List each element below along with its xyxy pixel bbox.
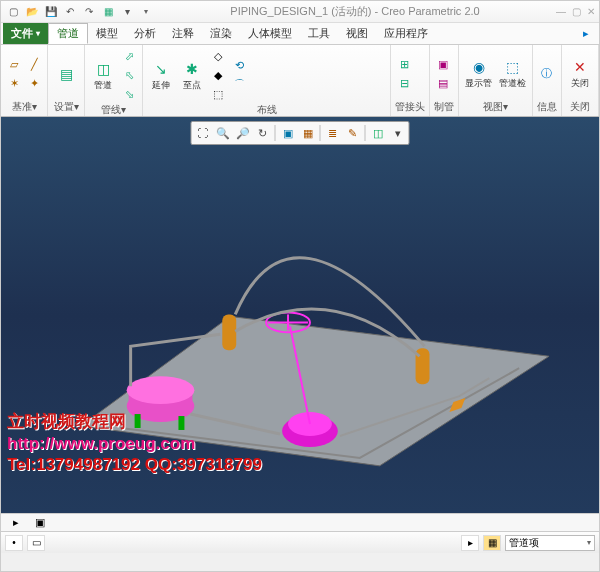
save-icon[interactable]: 💾: [43, 4, 59, 20]
zoom-fit-icon[interactable]: ⛶: [194, 124, 212, 142]
saved-views-icon[interactable]: ▦: [299, 124, 317, 142]
extend-button[interactable]: ↘ 延伸: [147, 57, 175, 94]
redo-icon[interactable]: ↷: [81, 4, 97, 20]
route-opt5-icon[interactable]: ⌒: [230, 76, 248, 94]
close-icon: ✕: [570, 57, 590, 77]
group-fitting: ⊞ ⊟ 管接头: [391, 45, 430, 116]
show-pipe-button[interactable]: ◉ 显示管: [463, 55, 494, 92]
ribbon-tabs: 文件 管道 模型 分析 注释 渲染 人体模型 工具 视图 应用程序 ▸: [1, 23, 599, 45]
zoom-out-icon[interactable]: 🔎: [234, 124, 252, 142]
group-label-viewopts: 视图▾: [463, 100, 528, 114]
quick-access-toolbar: ▢ 📂 💾 ↶ ↷ ▦ ▾ ▾: [5, 4, 154, 20]
info-icon[interactable]: ⓘ: [537, 65, 555, 83]
tab-tools[interactable]: 工具: [300, 23, 338, 44]
minimize-icon[interactable]: —: [556, 6, 566, 17]
group-route: ↘ 延伸 ✱ 至点 ◇ ◆ ⬚ ⟲ ⌒ 布线: [143, 45, 391, 116]
group-pipeline: ◫ 管道 ⬀ ⬁ ⬂ 管线▾: [85, 45, 143, 116]
file-menu[interactable]: 文件: [3, 23, 48, 44]
group-label-fitting: 管接头: [395, 100, 425, 114]
extend-icon: ↘: [151, 59, 171, 79]
sash-folder-icon[interactable]: ▣: [31, 514, 49, 532]
tab-model[interactable]: 模型: [88, 23, 126, 44]
refit-icon[interactable]: ↻: [254, 124, 272, 142]
spec-icon: ▤: [56, 64, 76, 84]
sash-tree-icon[interactable]: ▸: [7, 514, 25, 532]
selection-filter-icon[interactable]: ▸: [461, 535, 479, 551]
group-viewopts: ◉ 显示管 ⬚ 管道检 视图▾: [459, 45, 533, 116]
view-toolbar: ⛶ 🔍 🔎 ↻ ▣ ▦ ≣ ✎ ◫ ▾: [191, 121, 410, 145]
pipe-ext1-icon[interactable]: ⬀: [120, 47, 138, 65]
smart-filter-icon[interactable]: ▦: [483, 535, 501, 551]
group-setup: ▤ 设置▾: [48, 45, 85, 116]
new-icon[interactable]: ▢: [5, 4, 21, 20]
tab-annotate[interactable]: 注释: [164, 23, 202, 44]
fitting1-icon[interactable]: ⊞: [395, 55, 413, 73]
graphics-viewport[interactable]: ⛶ 🔍 🔎 ↻ ▣ ▦ ≣ ✎ ◫ ▾: [1, 117, 599, 513]
annotations-icon[interactable]: ✎: [344, 124, 362, 142]
tab-render[interactable]: 渲染: [202, 23, 240, 44]
selection-filter-combo[interactable]: 管道项 ▾: [505, 535, 595, 551]
spec-driven-button[interactable]: ▤: [52, 62, 80, 86]
ribbon-help-icon[interactable]: ▸: [575, 23, 597, 44]
create-pipeline-button[interactable]: ◫ 管道: [89, 57, 117, 94]
pipe-check-button[interactable]: ⬚ 管道检: [497, 55, 528, 92]
group-label-fab: 制管: [434, 100, 454, 114]
route-opt2-icon[interactable]: ◆: [209, 66, 227, 84]
tab-piping[interactable]: 管道: [48, 23, 88, 44]
watermark-line3: Tel:13794987192 QQ:397318799: [7, 454, 262, 475]
group-close: ✕ 关闭 关闭: [562, 45, 599, 116]
separator: [365, 125, 366, 141]
group-info: ⓘ 信息: [533, 45, 562, 116]
layers-icon[interactable]: ≣: [324, 124, 342, 142]
close-button[interactable]: ✕ 关闭: [566, 55, 594, 92]
plane-icon[interactable]: ▱: [5, 55, 23, 73]
axis-icon[interactable]: ╱: [25, 55, 43, 73]
display-style-icon[interactable]: ▣: [279, 124, 297, 142]
watermark-line1: 立时视频教程网: [7, 411, 262, 432]
title-bar: ▢ 📂 💾 ↶ ↷ ▦ ▾ ▾ PIPING_DESIGN_1 (活动的) - …: [1, 1, 599, 23]
group-datum: ▱ ╱ ✶ ✦ 基准▾: [1, 45, 48, 116]
group-label-route: 布线: [147, 103, 386, 117]
tab-view[interactable]: 视图: [338, 23, 376, 44]
status-msg-icon[interactable]: •: [5, 535, 23, 551]
window-controls: — ▢ ✕: [556, 6, 595, 17]
group-label-setup: 设置▾: [52, 100, 80, 114]
more-icon[interactable]: ▾: [389, 124, 407, 142]
route-opt1-icon[interactable]: ◇: [209, 47, 227, 65]
pipe-ext3-icon[interactable]: ⬂: [120, 85, 138, 103]
status-sel-icon[interactable]: ▭: [27, 535, 45, 551]
group-label-pipeline: 管线▾: [89, 103, 138, 117]
maximize-icon[interactable]: ▢: [572, 6, 581, 17]
tab-apps[interactable]: 应用程序: [376, 23, 436, 44]
svg-rect-12: [222, 314, 236, 350]
to-point-button[interactable]: ✱ 至点: [178, 57, 206, 94]
show-pipe-icon: ◉: [469, 57, 489, 77]
qat-dropdown-icon[interactable]: ▾: [138, 4, 154, 20]
group-label-close: 关闭: [566, 100, 594, 114]
regen-icon[interactable]: ▦: [100, 4, 116, 20]
route-opt4-icon[interactable]: ⟲: [230, 57, 248, 75]
selection-filter-value: 管道项: [509, 536, 539, 550]
watermark-line2: http://www.proeug.com: [7, 433, 262, 454]
windows-icon[interactable]: ▾: [119, 4, 135, 20]
fab1-icon[interactable]: ▣: [434, 55, 452, 73]
sash-bar: ▸ ▣: [1, 513, 599, 531]
open-icon[interactable]: 📂: [24, 4, 40, 20]
svg-point-3: [127, 376, 195, 404]
pipe-check-icon: ⬚: [503, 57, 523, 77]
undo-icon[interactable]: ↶: [62, 4, 78, 20]
fab2-icon[interactable]: ▤: [434, 74, 452, 92]
to-point-icon: ✱: [182, 59, 202, 79]
tab-manikin[interactable]: 人体模型: [240, 23, 300, 44]
pipe-ext2-icon[interactable]: ⬁: [120, 66, 138, 84]
fitting2-icon[interactable]: ⊟: [395, 74, 413, 92]
status-bar: • ▭ ▸ ▦ 管道项 ▾: [1, 531, 599, 553]
transparency-icon[interactable]: ◫: [369, 124, 387, 142]
zoom-in-icon[interactable]: 🔍: [214, 124, 232, 142]
group-label-info: 信息: [537, 100, 557, 114]
point-icon[interactable]: ✶: [5, 74, 23, 92]
close-window-icon[interactable]: ✕: [587, 6, 595, 17]
route-opt3-icon[interactable]: ⬚: [209, 85, 227, 103]
csys-icon[interactable]: ✦: [25, 74, 43, 92]
tab-analysis[interactable]: 分析: [126, 23, 164, 44]
